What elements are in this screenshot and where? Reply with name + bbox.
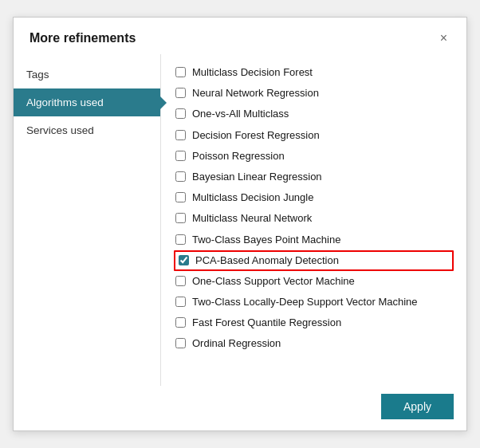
checkbox-decision-forest-regression[interactable]	[175, 130, 186, 140]
checkbox-two-class-locally-deep-support-vector-machine[interactable]	[175, 297, 186, 307]
checkbox-poisson-regression[interactable]	[175, 151, 186, 161]
checkbox-label-ordinal-regression: Ordinal Regression	[192, 336, 281, 351]
checkbox-ordinal-regression[interactable]	[175, 338, 186, 348]
checkbox-item-two-class-bayes-point-machine[interactable]: Two-Class Bayes Point Machine	[174, 230, 454, 250]
checkbox-item-multiclass-decision-forest[interactable]: Multiclass Decision Forest	[174, 62, 454, 83]
dialog-title: More refinements	[30, 31, 136, 45]
checkbox-label-poisson-regression: Poisson Regression	[192, 149, 285, 163]
checkbox-label-multiclass-decision-forest: Multiclass Decision Forest	[192, 65, 313, 80]
checkbox-label-two-class-locally-deep-support-vector-machine: Two-Class Locally-Deep Support Vector Ma…	[192, 295, 418, 309]
content-area: Multiclass Decision ForestNeural Network…	[161, 54, 466, 386]
checkbox-label-neural-network-regression: Neural Network Regression	[192, 86, 319, 100]
checkbox-label-fast-forest-quantile-regression: Fast Forest Quantile Regression	[192, 316, 341, 330]
checkbox-item-pca-based-anomaly-detection[interactable]: PCA-Based Anomaly Detection	[174, 250, 454, 271]
checkbox-label-decision-forest-regression: Decision Forest Regression	[192, 128, 320, 143]
checkbox-item-poisson-regression[interactable]: Poisson Regression	[174, 146, 454, 167]
dialog-header: More refinements ×	[14, 18, 466, 54]
checkbox-item-one-class-support-vector-machine[interactable]: One-Class Support Vector Machine	[174, 271, 454, 292]
checkbox-pca-based-anomaly-detection[interactable]	[179, 255, 189, 265]
checkbox-item-bayesian-linear-regression[interactable]: Bayesian Linear Regression	[174, 167, 454, 187]
checkbox-item-fast-forest-quantile-regression[interactable]: Fast Forest Quantile Regression	[174, 312, 454, 333]
checkbox-label-multiclass-decision-jungle: Multiclass Decision Jungle	[192, 191, 313, 205]
close-button[interactable]: ×	[437, 30, 450, 46]
checkbox-item-two-class-locally-deep-support-vector-machine[interactable]: Two-Class Locally-Deep Support Vector Ma…	[174, 292, 454, 312]
checkbox-label-one-vs-all-multiclass: One-vs-All Multiclass	[192, 107, 289, 121]
checkbox-two-class-bayes-point-machine[interactable]	[175, 234, 186, 245]
algorithms-list[interactable]: Multiclass Decision ForestNeural Network…	[174, 62, 457, 378]
checkbox-item-decision-forest-regression[interactable]: Decision Forest Regression	[174, 125, 454, 146]
sidebar-item-tags[interactable]: Tags	[14, 61, 160, 88]
checkbox-multiclass-decision-forest[interactable]	[175, 67, 186, 77]
checkbox-bayesian-linear-regression[interactable]	[175, 171, 186, 182]
checkbox-label-multiclass-neural-network: Multiclass Neural Network	[192, 211, 312, 226]
checkbox-item-ordinal-regression[interactable]: Ordinal Regression	[174, 333, 454, 354]
checkbox-label-bayesian-linear-regression: Bayesian Linear Regression	[192, 170, 322, 184]
sidebar-item-algorithms[interactable]: Algorithms used	[14, 88, 160, 116]
dialog-body: TagsAlgorithms usedServices used Multicl…	[14, 54, 466, 386]
checkbox-fast-forest-quantile-regression[interactable]	[175, 317, 186, 328]
checkbox-one-class-support-vector-machine[interactable]	[175, 276, 186, 286]
checkbox-item-multiclass-decision-jungle[interactable]: Multiclass Decision Jungle	[174, 187, 454, 208]
checkbox-item-neural-network-regression[interactable]: Neural Network Regression	[174, 83, 454, 104]
more-refinements-dialog: More refinements × TagsAlgorithms usedSe…	[13, 17, 467, 431]
checkbox-label-one-class-support-vector-machine: One-Class Support Vector Machine	[192, 274, 355, 289]
dialog-footer: Apply	[14, 386, 466, 430]
checkbox-one-vs-all-multiclass[interactable]	[175, 108, 186, 119]
checkbox-item-multiclass-neural-network[interactable]: Multiclass Neural Network	[174, 208, 454, 229]
checkbox-neural-network-regression[interactable]	[175, 88, 186, 98]
checkbox-multiclass-neural-network[interactable]	[175, 213, 186, 223]
sidebar: TagsAlgorithms usedServices used	[14, 54, 161, 386]
checkbox-multiclass-decision-jungle[interactable]	[175, 192, 186, 202]
checkbox-item-one-vs-all-multiclass[interactable]: One-vs-All Multiclass	[174, 104, 454, 124]
checkbox-label-pca-based-anomaly-detection: PCA-Based Anomaly Detection	[195, 253, 339, 268]
sidebar-item-services[interactable]: Services used	[14, 116, 160, 144]
apply-button[interactable]: Apply	[381, 394, 454, 419]
checkbox-label-two-class-bayes-point-machine: Two-Class Bayes Point Machine	[192, 233, 340, 247]
